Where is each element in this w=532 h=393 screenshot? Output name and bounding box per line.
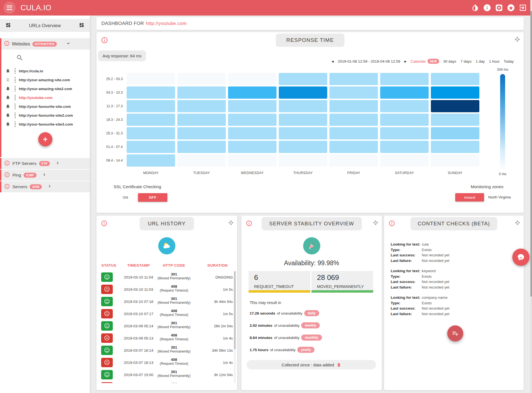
heatmap-cell[interactable]: [177, 86, 226, 99]
sidebar-url-item[interactable]: http://your-amazing-site.com: [0, 75, 90, 84]
table-row[interactable]: ☺2019-03-10 07:18301(Moved Permanently)3…: [96, 295, 237, 308]
exit-logout-icon[interactable]: [519, 4, 527, 12]
zone-ireland-button[interactable]: Ireland: [455, 193, 484, 201]
heatmap-cell[interactable]: [329, 73, 378, 85]
sidebar-url-item[interactable]: http://your-favourite-site3.com: [0, 120, 90, 129]
bell-icon[interactable]: [6, 113, 11, 118]
info-circle-icon[interactable]: [483, 4, 491, 12]
bell-icon[interactable]: [6, 104, 11, 109]
drag-handle-icon[interactable]: [15, 121, 16, 127]
heatmap-cell[interactable]: [279, 154, 327, 167]
range-1-day[interactable]: 1 day: [476, 59, 485, 63]
table-row[interactable]: ☹2019-03-09 05:13408(Request Timeout)1m …: [96, 332, 237, 344]
table-row[interactable]: ☺2019-03-07 15:00301(Moved Permanently)3…: [96, 369, 237, 381]
sidebar-section-ping[interactable]: Ping ICMP: [0, 170, 90, 181]
heatmap-cell[interactable]: [279, 100, 327, 112]
heatmap-cell[interactable]: [177, 127, 226, 139]
heatmap-cell[interactable]: [431, 73, 479, 85]
range-1-hour[interactable]: 1 hour: [489, 59, 500, 63]
heatmap-cell[interactable]: [380, 73, 429, 85]
bell-icon[interactable]: [6, 95, 11, 100]
sidebar-section-servers[interactable]: Servers APM: [0, 181, 90, 192]
heatmap-cell[interactable]: [279, 114, 327, 126]
heatmap-cell[interactable]: [431, 127, 479, 139]
range-7-days[interactable]: 7 days: [461, 59, 472, 63]
sidebar-section-websites[interactable]: Websites HTTP/HTTPS: [1, 38, 90, 50]
heatmap-cell[interactable]: [228, 114, 277, 126]
heatmap-cell[interactable]: [228, 100, 277, 112]
heatmap-cell[interactable]: [279, 141, 327, 153]
heatmap-cell[interactable]: [177, 154, 226, 167]
add-content-check-button[interactable]: [447, 325, 463, 341]
table-row[interactable]: ☺2019-03-10 11:04301(Moved Permanently)O…: [96, 271, 237, 283]
heatmap-cell[interactable]: [279, 73, 327, 85]
heatmap-cell[interactable]: [228, 141, 277, 153]
move-icon[interactable]: [515, 37, 520, 43]
star-icon[interactable]: [507, 4, 515, 12]
table-row[interactable]: ☹2019-03-07 18:13408(Request Timeout)1m …: [96, 356, 237, 369]
zone-north-virginia-button[interactable]: North Virginia: [488, 195, 511, 199]
heatmap-cell[interactable]: [329, 100, 378, 112]
drag-handle-icon[interactable]: [15, 68, 16, 74]
dashboard-grid-icon[interactable]: [79, 22, 84, 29]
range-30-days[interactable]: 30 days: [443, 59, 456, 63]
heatmap-cell[interactable]: [177, 114, 226, 126]
heatmap-cell[interactable]: [329, 141, 378, 153]
heatmap-cell[interactable]: [380, 100, 429, 112]
heatmap-cell[interactable]: [127, 127, 175, 139]
move-icon[interactable]: [515, 220, 520, 226]
table-row[interactable]: ☺2019-03-07 18:14301(Moved Permanently)3…: [96, 344, 237, 356]
heatmap-cell[interactable]: [127, 100, 175, 112]
page-scrollbar-thumb[interactable]: [530, 11, 532, 297]
heatmap-cell[interactable]: [177, 100, 226, 112]
info-outline-icon[interactable]: [101, 220, 108, 228]
heatmap-cell[interactable]: [329, 127, 378, 139]
move-icon[interactable]: [373, 220, 378, 226]
drag-handle-icon[interactable]: [15, 86, 16, 91]
chat-widget-button[interactable]: [512, 249, 530, 266]
settings-gear-icon[interactable]: [495, 4, 503, 12]
invert-colors-icon[interactable]: [471, 4, 479, 12]
heatmap-cell[interactable]: [228, 73, 277, 85]
prev-range-arrow[interactable]: ◀: [332, 60, 334, 63]
drag-handle-icon[interactable]: [15, 113, 16, 118]
heatmap-cell[interactable]: [127, 86, 175, 99]
drag-handle-icon[interactable]: [15, 95, 16, 100]
heatmap-cell[interactable]: [127, 73, 175, 85]
chevron-down-icon[interactable]: [66, 41, 71, 47]
sidebar-url-item[interactable]: http://your-favourite-site.com: [0, 102, 90, 111]
range-today[interactable]: Today: [504, 59, 514, 63]
info-outline-icon[interactable]: [246, 220, 252, 228]
heatmap-cell[interactable]: [380, 154, 429, 167]
calendar-button[interactable]: Calendar: [411, 59, 426, 63]
table-scrollbar-thumb[interactable]: [234, 271, 236, 349]
bell-muted-icon[interactable]: [6, 77, 11, 82]
sidebar-url-item[interactable]: https://cula.io: [0, 67, 90, 75]
heatmap-cell[interactable]: [329, 154, 378, 167]
dashboard-grid-icon[interactable]: [6, 22, 11, 29]
heatmap-cell[interactable]: [380, 141, 429, 153]
heatmap-cell[interactable]: [431, 100, 479, 112]
heatmap-cell[interactable]: [279, 86, 327, 99]
add-url-button[interactable]: +: [38, 132, 52, 146]
heatmap-cell[interactable]: [431, 154, 479, 167]
heatmap-cell[interactable]: [380, 127, 429, 139]
info-outline-icon[interactable]: [101, 37, 108, 45]
bell-icon[interactable]: [6, 86, 11, 91]
move-icon[interactable]: [228, 220, 234, 226]
sidebar-section-ftp-servers[interactable]: FTP Servers FTP: [0, 158, 90, 169]
drag-handle-icon[interactable]: [15, 77, 16, 83]
heatmap-cell[interactable]: [127, 154, 175, 167]
sidebar-url-item[interactable]: http://your-amazing-site2.com: [0, 84, 90, 93]
heatmap-cell[interactable]: [228, 86, 277, 99]
heatmap-cell[interactable]: [431, 141, 479, 153]
heatmap-cell[interactable]: [127, 141, 175, 153]
heatmap-cell[interactable]: [177, 73, 226, 85]
heatmap-cell[interactable]: [279, 127, 327, 139]
heatmap-cell[interactable]: [431, 86, 479, 99]
table-row[interactable]: ☹2019-03-10 11:03408(Request Timeout)1m …: [96, 283, 237, 295]
heatmap-cell[interactable]: [228, 127, 277, 139]
heatmap-cell[interactable]: [329, 86, 378, 99]
table-row[interactable]: ☹408: [96, 381, 237, 383]
table-row[interactable]: ☺2019-03-09 05:14301(Moved Permanently)2…: [96, 320, 237, 332]
